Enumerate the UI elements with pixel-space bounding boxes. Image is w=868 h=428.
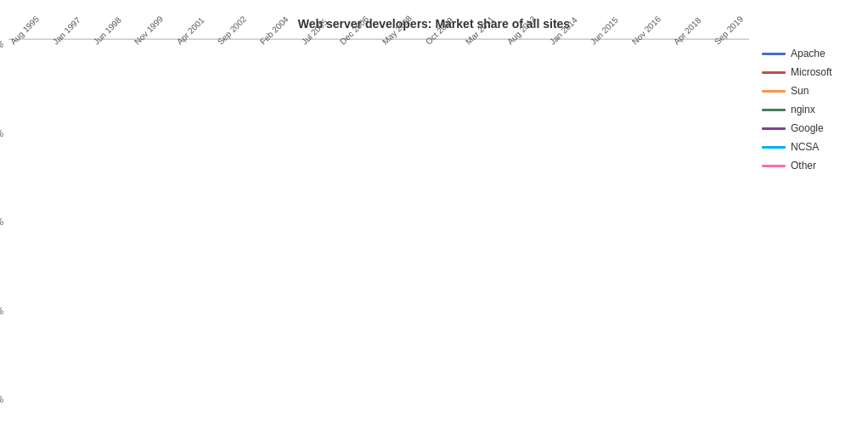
- legend-line-nginx: [762, 109, 786, 111]
- legend-item-other: Other: [762, 160, 860, 172]
- y-label-20: 20%: [0, 306, 3, 316]
- sun-line: [9, 261, 646, 358]
- legend-item-google: Google: [762, 122, 860, 134]
- y-label-0: 0%: [0, 394, 3, 404]
- legend: Apache Microsoft Sun nginx Google NCSA: [749, 39, 860, 404]
- legend-line-google: [762, 127, 786, 130]
- legend-label-other: Other: [791, 160, 816, 172]
- legend-label-microsoft: Microsoft: [791, 66, 832, 78]
- legend-item-sun: Sun: [762, 85, 860, 97]
- legend-line-microsoft: [762, 71, 786, 74]
- y-label-60: 60%: [0, 128, 3, 138]
- legend-line-sun: [762, 90, 786, 93]
- legend-line-apache: [762, 53, 786, 55]
- legend-label-google: Google: [791, 122, 824, 134]
- y-label-80: 80%: [0, 39, 3, 49]
- y-axis: 0% 20% 40% 60% 80%: [0, 39, 3, 404]
- legend-label-sun: Sun: [791, 85, 809, 97]
- legend-label-apache: Apache: [791, 48, 826, 59]
- legend-label-nginx: nginx: [791, 104, 815, 115]
- legend-line-other: [762, 165, 786, 167]
- legend-item-apache: Apache: [762, 48, 860, 59]
- chart-container: Web server developers: Market share of a…: [0, 0, 868, 428]
- legend-item-microsoft: Microsoft: [762, 66, 860, 78]
- legend-item-nginx: nginx: [762, 104, 860, 115]
- legend-label-ncsa: NCSA: [791, 141, 819, 153]
- x-axis-labels-container: Aug 1995 Jan 1997 Jun 1998 Nov 1999 Apr …: [8, 40, 749, 91]
- legend-line-ncsa: [762, 146, 786, 149]
- google-line: [9, 329, 646, 358]
- ncsa-line: [9, 147, 646, 358]
- y-label-40: 40%: [0, 217, 3, 227]
- legend-item-ncsa: NCSA: [762, 141, 860, 153]
- other-line: [9, 208, 646, 329]
- chart-area: 0% 20% 40% 60% 80%: [8, 39, 860, 404]
